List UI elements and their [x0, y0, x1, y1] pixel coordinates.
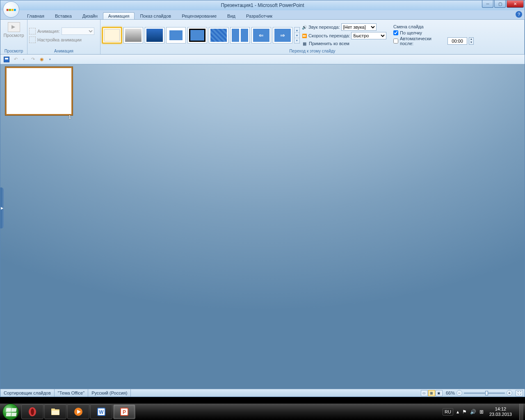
animate-label: Анимация: — [37, 29, 60, 34]
transition-item-2[interactable] — [123, 27, 143, 43]
transition-item-9[interactable]: ⇒ — [273, 27, 292, 43]
speed-icon: ⏩ — [301, 33, 307, 39]
transition-gallery-scroll[interactable]: ▲ ▼ ▾ — [294, 27, 300, 43]
tray-network-icon[interactable]: ⊞ — [479, 409, 484, 415]
tray-flag-icon[interactable]: ⚑ — [462, 409, 467, 415]
undo-dropdown[interactable]: ▾ — [20, 56, 27, 63]
zoom-out-button[interactable]: − — [457, 390, 462, 396]
status-language[interactable]: Русский (Россия) — [88, 389, 131, 397]
apply-to-all-button[interactable]: ▦ Применить ко всем — [301, 41, 391, 46]
undo-button[interactable]: ↶ — [12, 56, 19, 63]
transition-item-5[interactable] — [187, 27, 207, 43]
animate-dropdown — [62, 27, 94, 35]
sound-icon: 🔊 — [301, 24, 307, 30]
transition-none[interactable] — [102, 27, 122, 43]
group-transition: ⇐ ⇒ ▲ ▼ ▾ 🔊 Звук перехода: [Не — [100, 20, 525, 54]
svg-text:W: W — [99, 409, 104, 415]
time-spinner[interactable]: ▲▼ — [469, 37, 474, 45]
tab-design[interactable]: Дизайн — [77, 12, 103, 19]
fit-to-window-button[interactable]: ⛶ — [516, 390, 523, 396]
view-buttons: ▭ ▦ ▣ — [419, 390, 444, 396]
svg-point-1 — [31, 409, 34, 415]
taskbar-opera[interactable] — [21, 404, 43, 419]
taskbar-explorer[interactable] — [44, 404, 66, 419]
preview-icon — [8, 22, 20, 32]
expand-panel-handle[interactable]: ▶ — [0, 187, 4, 228]
zoom-thumb[interactable] — [485, 391, 488, 395]
show-desktop-button[interactable] — [519, 404, 523, 420]
save-icon — [4, 57, 9, 62]
tray-volume-icon[interactable]: 🔊 — [470, 409, 476, 415]
view-slideshow-button[interactable]: ▣ — [436, 390, 443, 396]
tray-show-hidden-icon[interactable]: ▴ — [457, 409, 459, 415]
transition-item-3[interactable] — [145, 27, 164, 43]
transition-speed-label: Скорость перехода: — [308, 33, 350, 38]
taskbar-mediaplayer[interactable] — [67, 404, 89, 419]
preview-button: Просмотр — [2, 21, 25, 38]
close-button[interactable]: ✕ — [507, 0, 524, 8]
status-mode[interactable]: Сортировщик слайдов — [0, 389, 55, 397]
status-theme[interactable]: "Тема Office" — [55, 389, 88, 397]
slide-sorter-workspace[interactable]: 1 ▶ — [0, 64, 525, 389]
qat-customize-dropdown[interactable]: ▾ — [46, 56, 54, 63]
tab-view[interactable]: Вид — [222, 12, 241, 19]
taskbar-powerpoint[interactable]: P — [113, 404, 135, 419]
tab-home[interactable]: Главная — [22, 12, 50, 19]
svg-text:P: P — [123, 409, 126, 415]
tab-slideshow[interactable]: Показ слайдов — [135, 12, 176, 19]
transition-gallery: ⇐ ⇒ ▲ ▼ ▾ — [102, 23, 300, 46]
custom-animation-icon — [29, 37, 36, 43]
tab-developer[interactable]: Разработчик — [241, 12, 278, 19]
minimize-button[interactable]: ─ — [482, 0, 493, 8]
advance-slide-header: Смена слайда — [393, 23, 475, 30]
ribbon-tabs: Главная Вставка Дизайн Анимация Показ сл… — [22, 10, 525, 19]
custom-animation-button: Настройка анимации — [29, 37, 98, 43]
maximize-button[interactable]: ▢ — [494, 0, 506, 8]
tray-language[interactable]: RU — [443, 408, 453, 415]
tab-animation[interactable]: Анимация — [103, 12, 135, 19]
gallery-scroll-down[interactable]: ▼ — [294, 33, 299, 38]
transition-item-6[interactable] — [209, 27, 228, 43]
group-animation-label: Анимация — [29, 48, 98, 54]
status-bar: Сортировщик слайдов "Тема Office" Русски… — [0, 389, 525, 397]
view-sorter-button[interactable]: ▦ — [428, 390, 435, 396]
ribbon: Просмотр Просмотр Анимация: Настройка — [0, 19, 525, 55]
animate-icon — [29, 28, 36, 34]
save-button[interactable] — [3, 56, 10, 63]
auto-after-checkbox[interactable] — [393, 39, 398, 43]
tab-insert[interactable]: Вставка — [50, 12, 77, 19]
qat-slideshow-button[interactable]: ◉ — [38, 56, 46, 63]
view-normal-button[interactable]: ▭ — [421, 390, 428, 396]
transition-speed-dropdown[interactable]: Быстро — [351, 32, 386, 39]
on-mouse-click-checkbox[interactable] — [393, 30, 398, 35]
redo-button[interactable]: ↷ — [29, 56, 37, 63]
apply-all-icon: ▦ — [301, 41, 307, 46]
svg-rect-3 — [51, 409, 55, 410]
gallery-scroll-up[interactable]: ▲ — [294, 27, 299, 33]
group-preview-label: Просмотр — [5, 48, 23, 54]
office-button[interactable]: ■■■■ — [3, 1, 19, 18]
quick-access-toolbar: ↶ ▾ ↷ ◉ ▾ — [0, 55, 525, 64]
transition-item-4[interactable] — [166, 27, 186, 43]
tab-review[interactable]: Рецензирование — [176, 12, 222, 19]
zoom-label[interactable]: 66% — [446, 390, 455, 395]
auto-after-label: Автоматически после: — [400, 36, 446, 46]
svg-rect-4 — [52, 411, 59, 415]
auto-after-time-input[interactable] — [447, 37, 467, 45]
transition-sound-dropdown[interactable]: [Нет звука] — [341, 23, 377, 31]
group-preview: Просмотр Просмотр — [0, 20, 27, 54]
custom-animation-label: Настройка анимации — [37, 37, 82, 42]
zoom-in-button[interactable]: + — [507, 390, 512, 396]
windows-taskbar: W P RU ▴ ⚑ 🔊 ⊞ 14:12 23.03.2013 — [0, 404, 525, 420]
zoom-slider[interactable] — [464, 393, 505, 394]
tray-clock[interactable]: 14:12 23.03.2013 — [487, 406, 514, 417]
slide-number: 1 — [68, 114, 71, 119]
taskbar-word[interactable]: W — [90, 404, 112, 419]
gallery-expand[interactable]: ▾ — [294, 38, 299, 43]
system-tray: RU ▴ ⚑ 🔊 ⊞ 14:12 23.03.2013 — [443, 404, 525, 420]
slide-thumbnail-1[interactable]: 1 — [5, 67, 73, 119]
transition-item-8[interactable]: ⇐ — [251, 27, 271, 43]
on-mouse-click-label: По щелчку — [400, 30, 422, 35]
transition-item-7[interactable] — [230, 27, 250, 43]
start-button[interactable] — [2, 404, 19, 420]
